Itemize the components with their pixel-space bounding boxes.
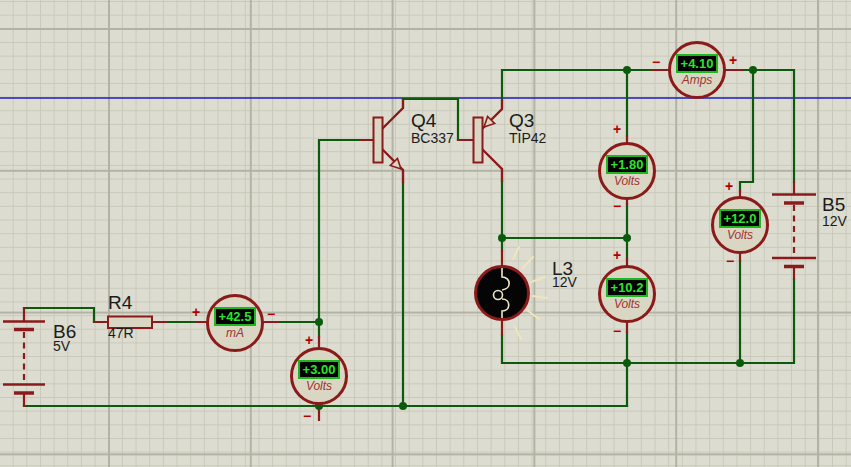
polarity-minus: − <box>303 411 311 421</box>
meter-display: +3.00 <box>298 360 341 379</box>
meter-unit-label: mA <box>226 327 244 340</box>
meter-display: +12.0 <box>719 209 762 228</box>
voltmeter-300[interactable]: +3.00 Volts <box>290 347 348 405</box>
polarity-plus: + <box>192 307 200 317</box>
wire-net[interactable] <box>24 70 794 406</box>
polarity-plus: + <box>725 181 733 191</box>
part-ref-q4: Q4 <box>411 111 436 130</box>
polarity-minus: − <box>613 326 621 336</box>
part-ref-q3: Q3 <box>509 111 534 130</box>
polarity-plus: + <box>305 335 313 345</box>
voltmeter-120[interactable]: +12.0 Volts <box>711 196 769 254</box>
meter-unit-label: Volts <box>614 175 640 188</box>
polarity-minus: − <box>267 309 275 319</box>
part-ref-r4: R4 <box>108 293 132 312</box>
meter-unit-label: Volts <box>614 298 640 311</box>
part-value-r4: 47R <box>108 326 134 340</box>
meter-display: +42.5 <box>214 307 257 326</box>
transistor-q4[interactable] <box>374 99 404 183</box>
part-value-b5: 12V <box>822 214 847 228</box>
polarity-plus: + <box>729 55 737 65</box>
part-value-q3: TIP42 <box>509 131 546 145</box>
component-terminals <box>24 70 794 420</box>
meter-unit-label: Volts <box>306 380 332 393</box>
voltmeter-180[interactable]: +1.80 Volts <box>598 142 656 200</box>
meter-unit-label: Volts <box>727 229 753 242</box>
lamp-l3[interactable] <box>476 247 548 339</box>
schematic-sheet: +42.5 mA +4.10 Amps +1.80 Volts +10.2 Vo… <box>0 0 851 467</box>
polarity-minus: − <box>613 201 621 211</box>
polarity-minus: − <box>726 256 734 266</box>
ammeter-ma[interactable]: +42.5 mA <box>206 294 264 352</box>
meter-display: +4.10 <box>676 54 719 73</box>
meter-display: +1.80 <box>606 155 649 174</box>
polarity-plus: + <box>613 250 621 260</box>
meter-display: +10.2 <box>606 278 649 297</box>
battery-b6[interactable] <box>3 322 45 394</box>
polarity-minus: − <box>652 57 660 67</box>
battery-b5[interactable] <box>772 195 816 267</box>
ammeter-amps[interactable]: +4.10 Amps <box>668 41 726 99</box>
polarity-plus: + <box>613 124 621 134</box>
part-value-l3: 12V <box>552 275 577 289</box>
transistor-q3[interactable] <box>474 100 503 182</box>
voltmeter-102[interactable]: +10.2 Volts <box>598 265 656 323</box>
part-ref-b5: B5 <box>822 195 845 214</box>
part-value-q4: BC337 <box>411 131 454 145</box>
meter-unit-label: Amps <box>682 74 713 87</box>
part-value-b6: 5V <box>53 339 70 353</box>
